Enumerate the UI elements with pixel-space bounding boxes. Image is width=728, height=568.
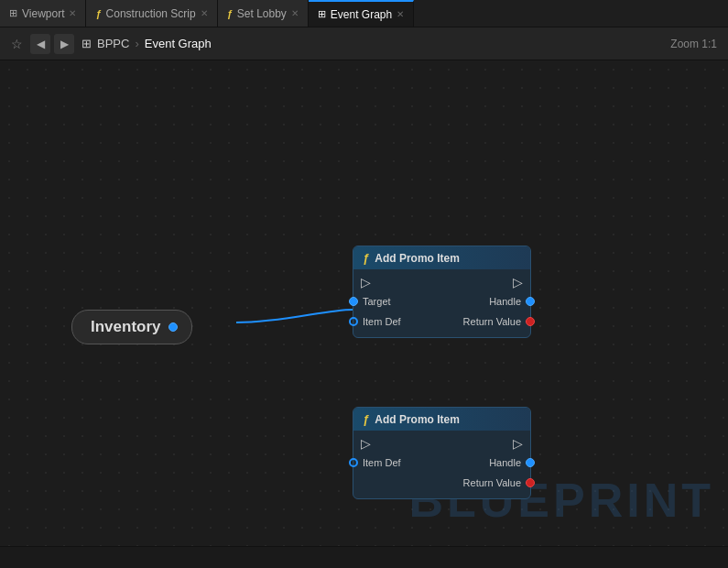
node1-body: ▷ ▷ Target Handle Item Def <box>353 269 530 337</box>
tab-construction-script[interactable]: ƒ Construction Scrip ✕ <box>86 0 217 27</box>
node2-handle-label: Handle <box>489 457 521 468</box>
tab-eventgraph-close[interactable]: ✕ <box>397 9 404 19</box>
back-button[interactable]: ◀ <box>30 34 50 54</box>
node1-header: ƒ Add Promo Item <box>353 246 530 269</box>
construction-icon: ƒ <box>95 8 101 19</box>
node1-handle-label: Handle <box>489 296 521 307</box>
node2-exec-out: ▷ <box>513 436 523 451</box>
node2-handle-pin[interactable]: Handle <box>489 457 530 468</box>
tab-bar: ⊞ Viewport ✕ ƒ Construction Scrip ✕ ƒ Se… <box>0 0 728 27</box>
node1-row-itemdef-return: Item Def Return Value <box>353 311 530 332</box>
node1-exec-in: ▷ <box>361 275 371 289</box>
node2-itemdef-label: Item Def <box>363 457 401 468</box>
node1-title: Add Promo Item <box>375 252 460 265</box>
add-promo-item-node-2[interactable]: ƒ Add Promo Item ▷ ▷ Item Def Handle <box>353 407 531 499</box>
node2-header: ƒ Add Promo Item <box>353 408 530 431</box>
node1-handle-dot <box>526 297 535 306</box>
node2-row-itemdef-handle: Item Def Handle <box>353 453 530 473</box>
inventory-output-pin <box>168 322 178 332</box>
breadcrumb-current: Event Graph <box>145 37 212 50</box>
breadcrumb-root[interactable]: BPPC <box>97 37 129 50</box>
node2-title: Add Promo Item <box>375 413 460 426</box>
breadcrumb-separator: › <box>135 37 138 50</box>
add-promo-item-node-1[interactable]: ƒ Add Promo Item ▷ ▷ Target Handle <box>353 246 531 338</box>
node2-exec-in: ▷ <box>361 436 371 451</box>
eventgraph-icon: ⊞ <box>318 8 326 20</box>
tab-viewport-close[interactable]: ✕ <box>69 8 76 18</box>
tab-construction-close[interactable]: ✕ <box>201 8 208 18</box>
node1-itemdef-pin[interactable]: Item Def <box>353 316 401 327</box>
node2-itemdef-pin[interactable]: Item Def <box>353 457 401 468</box>
forward-button[interactable]: ▶ <box>54 34 74 54</box>
node1-returnvalue-dot <box>526 317 535 326</box>
breadcrumb: ⊞ BPPC › Event Graph <box>81 37 212 50</box>
node1-itemdef-label: Item Def <box>363 316 401 327</box>
tab-eventgraph-label: Event Graph <box>331 8 392 21</box>
node1-handle-pin[interactable]: Handle <box>489 296 530 307</box>
node1-function-icon: ƒ <box>363 251 369 265</box>
node2-row-returnvalue: Return Value <box>353 473 530 493</box>
breadcrumb-icon: ⊞ <box>81 37 92 50</box>
node2-function-icon: ƒ <box>363 412 369 426</box>
tab-set-lobby[interactable]: ƒ Set Lobby ✕ <box>218 0 309 27</box>
setlobby-icon: ƒ <box>227 8 233 19</box>
node2-returnvalue-label: Return Value <box>463 477 521 488</box>
blueprint-canvas[interactable]: BLUEPRINT Inventory ƒ Add Promo Item ▷ ▷… <box>0 60 728 546</box>
node2-returnvalue-dot <box>526 478 535 487</box>
node1-target-pin[interactable]: Target <box>353 296 391 307</box>
node1-target-label: Target <box>363 296 391 307</box>
node1-target-dot <box>349 297 358 306</box>
tab-event-graph[interactable]: ⊞ Event Graph ✕ <box>309 0 414 27</box>
node1-returnvalue-label: Return Value <box>463 316 521 327</box>
node1-returnvalue-pin[interactable]: Return Value <box>463 316 530 327</box>
inventory-node[interactable]: Inventory <box>71 310 192 344</box>
node1-itemdef-dot <box>349 317 358 326</box>
tab-viewport[interactable]: ⊞ Viewport ✕ <box>0 0 86 27</box>
tab-viewport-label: Viewport <box>22 7 64 20</box>
tab-setlobby-label: Set Lobby <box>237 7 287 20</box>
node1-row-target-handle: Target Handle <box>353 291 530 311</box>
node1-exec-row: ▷ ▷ <box>353 273 530 291</box>
favorite-icon[interactable]: ☆ <box>11 37 23 51</box>
tab-setlobby-close[interactable]: ✕ <box>291 8 299 18</box>
node2-returnvalue-pin[interactable]: Return Value <box>463 477 530 488</box>
node1-exec-out: ▷ <box>513 275 523 289</box>
node2-handle-dot <box>526 458 535 467</box>
viewport-icon: ⊞ <box>9 7 17 19</box>
node2-itemdef-dot <box>349 458 358 467</box>
inventory-label: Inventory <box>91 318 161 336</box>
status-bar <box>0 546 728 568</box>
nav-buttons: ◀ ▶ <box>30 34 74 54</box>
zoom-label: Zoom 1:1 <box>670 38 717 50</box>
tab-construction-label: Construction Scrip <box>106 7 196 20</box>
node2-body: ▷ ▷ Item Def Handle Return Value <box>353 431 530 498</box>
breadcrumb-bar: ☆ ◀ ▶ ⊞ BPPC › Event Graph Zoom 1:1 <box>0 27 728 60</box>
node2-exec-row: ▷ ▷ <box>353 434 530 453</box>
